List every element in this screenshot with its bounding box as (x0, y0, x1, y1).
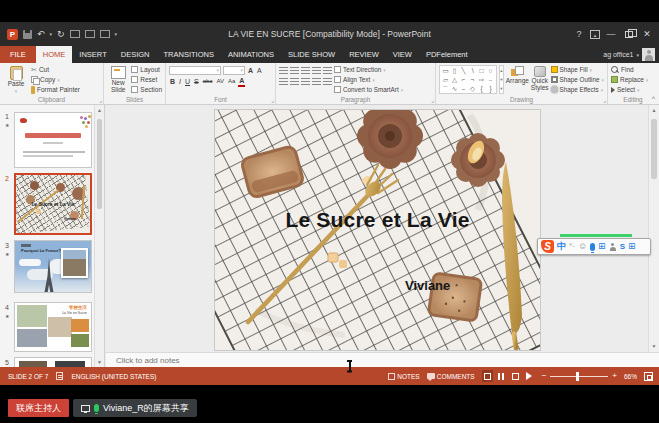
grow-font-button[interactable]: A (247, 66, 254, 75)
slide-thumbnail-5[interactable] (14, 357, 92, 367)
line-spacing-icon[interactable] (323, 67, 332, 74)
replace-button[interactable]: Replace ▾ (611, 75, 648, 84)
normal-view-button[interactable] (482, 370, 493, 382)
notes-toggle[interactable]: NOTES (388, 373, 419, 380)
print-preview-icon[interactable] (100, 30, 110, 38)
bold-button[interactable]: B (169, 77, 176, 86)
shape-icon[interactable]: ⌒ (441, 84, 450, 93)
slide-counter[interactable]: SLIDE 2 OF 7 (8, 373, 48, 380)
reading-view-button[interactable] (510, 370, 521, 382)
tab-design[interactable]: DESIGN (114, 46, 157, 63)
chinese-mode-toggle[interactable]: 中 (557, 240, 566, 253)
ribbon-display-options-icon[interactable]: ▴ (590, 30, 600, 39)
tab-view[interactable]: VIEW (386, 46, 419, 63)
zoom-slider[interactable] (550, 376, 608, 377)
slide-sorter-view-button[interactable] (496, 370, 507, 382)
slide-title-text[interactable]: Le Sucre et La Vie (215, 208, 540, 232)
tab-pdfelement[interactable]: PDFelement (419, 46, 475, 63)
shape-icon[interactable]: ∖ (468, 66, 477, 75)
skin-icon[interactable]: S (620, 242, 625, 251)
print-icon[interactable] (85, 30, 95, 38)
start-from-beginning-icon[interactable] (70, 30, 80, 38)
tab-insert[interactable]: INSERT (72, 46, 113, 63)
strikethrough-abc-icon[interactable]: abc (202, 77, 214, 86)
strikethrough-button[interactable]: S (193, 77, 200, 86)
cut-button[interactable]: ✂ Cut (31, 65, 80, 74)
character-spacing-button[interactable]: AV (215, 77, 225, 86)
save-icon[interactable] (23, 30, 32, 39)
account-person-icon[interactable] (609, 243, 617, 251)
shape-icon[interactable]: ⌐ (459, 75, 468, 84)
shape-outline-button[interactable]: Shape Outline ▾ (551, 75, 604, 84)
customize-qat-caret-icon[interactable]: ▾ (115, 31, 118, 37)
scroll-up-icon[interactable]: ▲ (649, 105, 659, 116)
shape-icon[interactable]: ◇ (468, 84, 477, 93)
thumbnail-scrollbar[interactable]: ▲ ▼ (94, 105, 104, 367)
shape-fill-button[interactable]: Shape Fill ▾ (551, 65, 604, 74)
increase-indent-icon[interactable] (312, 67, 321, 74)
shape-icon[interactable]: ▱ (441, 75, 450, 84)
copy-button[interactable]: Copy ▾ (31, 75, 80, 84)
shape-icon[interactable]: } (486, 84, 495, 93)
convert-smartart-button[interactable]: Convert to SmartArt ▾ (334, 85, 403, 94)
shape-icon[interactable]: ¬ (468, 75, 477, 84)
shape-icon[interactable]: { (477, 84, 486, 93)
text-direction-button[interactable]: Text Direction ▾ (334, 65, 403, 74)
minimize-button[interactable]: — (603, 26, 619, 42)
language-indicator[interactable]: ENGLISH (UNITED STATES) (71, 373, 156, 380)
shape-icon[interactable]: ▯ (450, 66, 459, 75)
account-caret-icon[interactable]: ▾ (636, 52, 639, 58)
shape-icon[interactable]: ▭ (441, 66, 450, 75)
shape-icon[interactable]: ⇨ (477, 75, 486, 84)
shapes-gallery[interactable]: ▭ ▯ ╲ ∖ □ ○ ▱ △ ⌐ ¬ ⇨ ⌣ ⌒ ∿ ⌢ ◇ { } (439, 65, 497, 94)
paragraph-dialog-launcher-icon[interactable]: ⌟ (431, 96, 434, 103)
account-area[interactable]: ag office1 ▾ (603, 46, 655, 63)
scroll-down-icon[interactable]: ▼ (649, 341, 659, 352)
shape-icon[interactable]: ⌣ (486, 75, 495, 84)
slide-canvas[interactable]: Le Sucre et La Vie Viviane ▲ ▼ (106, 105, 659, 352)
align-center-icon[interactable] (290, 78, 299, 85)
current-slide[interactable]: Le Sucre et La Vie Viviane (215, 110, 540, 350)
slide-thumbnail-2-selected[interactable]: Le Sucre et La Vie Viviane (14, 173, 92, 235)
font-size-combo[interactable]: ▾ (223, 66, 245, 75)
columns-icon[interactable] (323, 78, 332, 85)
slide-author-text[interactable]: Viviane (405, 278, 450, 293)
toolbox-icon[interactable]: ⊞ (628, 242, 636, 251)
notes-placeholder[interactable]: Click to add notes (116, 356, 180, 365)
shape-icon[interactable]: ╲ (459, 66, 468, 75)
close-button[interactable]: ✕ (639, 26, 655, 42)
shrink-font-button[interactable]: A (256, 66, 263, 75)
shape-icon[interactable]: ○ (486, 66, 495, 75)
main-vertical-scrollbar[interactable]: ▲ ▼ (648, 105, 659, 352)
shape-icon[interactable]: □ (477, 66, 486, 75)
shapes-more-icon[interactable]: ▾ (500, 84, 503, 93)
keyboard-icon[interactable]: ⊞ (598, 242, 606, 251)
thumbnail-scrollbar-thumb[interactable] (97, 119, 102, 209)
drawing-dialog-launcher-icon[interactable]: ⌟ (603, 96, 606, 103)
reset-button[interactable]: Reset (131, 75, 162, 84)
slide-thumbnail-4[interactable]: 学校生活 La Vie en Sucre (14, 302, 92, 352)
fit-slide-to-window-icon[interactable] (644, 372, 653, 381)
quick-styles-button[interactable]: Quick Styles (531, 65, 549, 94)
shape-icon[interactable]: ⌢ (459, 84, 468, 93)
format-painter-button[interactable]: Format Painter (31, 85, 80, 94)
comments-toggle[interactable]: COMMENTS (427, 373, 475, 380)
notes-pane[interactable]: Click to add notes (106, 352, 659, 367)
align-text-button[interactable]: Align Text ▾ (334, 75, 403, 84)
help-button[interactable]: ? (571, 26, 587, 42)
align-right-icon[interactable] (301, 78, 310, 85)
align-left-icon[interactable] (279, 78, 288, 85)
find-button[interactable]: Find (611, 65, 648, 74)
clipboard-dialog-launcher-icon[interactable]: ⌟ (99, 96, 102, 103)
font-dialog-launcher-icon[interactable]: ⌟ (271, 96, 274, 103)
underline-button[interactable]: U (184, 77, 191, 86)
paste-button[interactable]: Paste ▾ (3, 65, 29, 94)
numbering-icon[interactable] (290, 67, 299, 74)
scroll-up-icon[interactable]: ▲ (95, 105, 104, 115)
shapes-scroll[interactable]: ▴ ▾ ▾ (499, 65, 504, 94)
tab-home[interactable]: HOME (36, 46, 73, 63)
shapes-scroll-up-icon[interactable]: ▴ (500, 66, 503, 75)
voice-input-icon[interactable] (590, 243, 595, 251)
zoom-in-button[interactable]: + (612, 372, 617, 380)
font-name-combo[interactable]: ▾ (169, 66, 221, 75)
